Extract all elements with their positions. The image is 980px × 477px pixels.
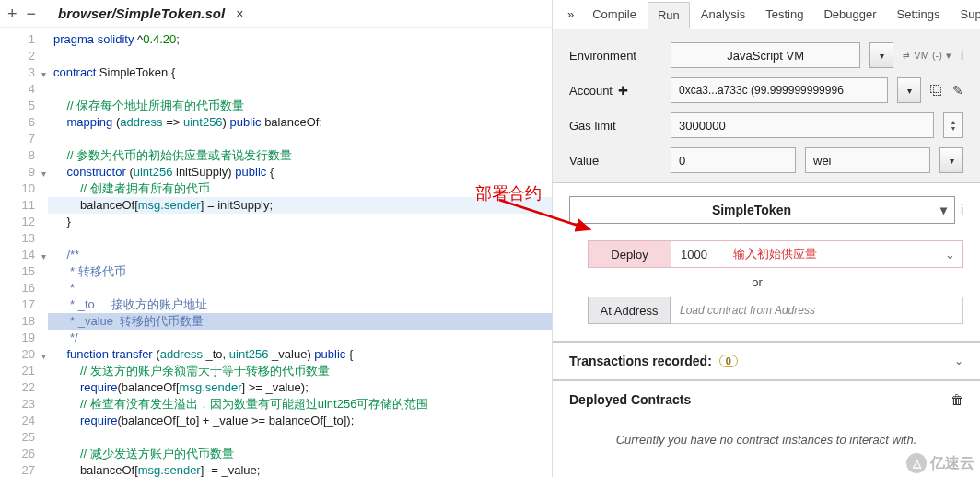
svg-line-0 (499, 200, 589, 229)
code-line[interactable]: // 检查有没有发生溢出，因为数量有可能超过uint256可存储的范围 (48, 396, 552, 413)
code-editor[interactable]: 1234567891011121314151617181920212223242… (0, 28, 552, 477)
value-input[interactable]: 0 (671, 147, 796, 173)
code-line[interactable]: * 转移代币 (48, 263, 552, 280)
code-line[interactable]: // 发送方的账户余额需大于等于转移的代币数量 (48, 363, 552, 379)
tab-support[interactable]: Support (951, 2, 981, 27)
run-settings-panel: Environment JavaScript VM ▾ ⇄VM (-)▾ i A… (553, 29, 980, 183)
deploy-args-input[interactable]: 1000 输入初始供应量 (671, 246, 937, 262)
contract-select[interactable]: SimpleToken ▾ (569, 196, 955, 224)
code-line[interactable]: require(balanceOf[_to] + _value >= balan… (48, 413, 552, 429)
code-line[interactable]: pragma solidity ^0.4.20; (48, 31, 552, 48)
code-line[interactable] (48, 230, 552, 247)
environment-label: Environment (569, 49, 661, 63)
code-line[interactable]: // 参数为代币的初始供应量或者说发行数量 (48, 147, 552, 164)
dropdown-icon[interactable]: ▾ (939, 147, 963, 173)
code-line[interactable]: constructor (uint256 initSupply) public … (48, 164, 552, 180)
account-label: Account ✚ (569, 84, 661, 98)
code-line[interactable]: require(balanceOf[msg.sender] >= _value)… (48, 379, 552, 396)
stepper-icon[interactable]: ▲▼ (943, 112, 963, 138)
vm-info: ⇄VM (-)▾ (903, 50, 951, 62)
code-line[interactable] (48, 131, 552, 147)
close-tab-icon[interactable]: − (27, 6, 37, 22)
new-tab-icon[interactable]: + (7, 6, 18, 22)
account-select[interactable]: 0xca3...a733c (99.999999999996 (671, 77, 888, 103)
expand-args-icon[interactable]: ⌄ (937, 248, 962, 262)
tab-debugger[interactable]: Debugger (814, 2, 885, 27)
panel-tabs: » Compile Run Analysis Testing Debugger … (553, 0, 980, 29)
at-address-input[interactable]: Load contract from Address (671, 297, 963, 324)
chevron-down-icon: ▾ (933, 203, 954, 217)
code-line[interactable]: } (48, 214, 552, 230)
file-tab-name: browser/SimpleToken.sol (58, 6, 225, 21)
at-address-button[interactable]: At Address (588, 297, 671, 324)
tab-settings[interactable]: Settings (888, 2, 950, 27)
dropdown-icon[interactable]: ▾ (869, 42, 893, 68)
collapse-panel-icon[interactable]: » (560, 7, 581, 21)
deploy-annotation: 输入初始供应量 (733, 246, 817, 262)
code-line[interactable] (48, 48, 552, 64)
code-line[interactable]: */ (48, 330, 552, 346)
deploy-row: Deploy 1000 输入初始供应量 ⌄ (588, 240, 963, 268)
code-line[interactable]: /** (48, 247, 552, 263)
value-label: Value (569, 154, 661, 168)
watermark: △亿速云 (906, 453, 974, 473)
tab-testing[interactable]: Testing (756, 2, 812, 27)
code-line[interactable]: // 减少发送方账户的代币数量 (48, 446, 552, 462)
code-line[interactable]: contract SimpleToken { (48, 64, 552, 81)
copy-icon[interactable]: ⿻ (930, 83, 943, 98)
code-line[interactable]: function transfer (address _to, uint256 … (48, 346, 552, 363)
dropdown-icon[interactable]: ▾ (897, 77, 921, 103)
code-line[interactable]: * _value 转移的代币数量 (48, 313, 552, 330)
deploy-button[interactable]: Deploy (589, 241, 671, 267)
trash-icon[interactable]: 🗑 (951, 392, 963, 407)
gas-limit-label: Gas limit (569, 119, 661, 133)
transactions-section[interactable]: Transactions recorded: 0 ⌄ (553, 341, 980, 379)
tab-run[interactable]: Run (648, 2, 690, 29)
code-line[interactable]: balanceOf[msg.sender] -= _value; (48, 462, 552, 477)
gas-limit-input[interactable]: 3000000 (671, 112, 934, 138)
tab-analysis[interactable]: Analysis (692, 2, 754, 27)
code-line[interactable]: * _to 接收方的账户地址 (48, 297, 552, 313)
deployed-contracts-section[interactable]: Deployed Contracts 🗑 (553, 379, 980, 418)
close-icon[interactable]: × (236, 6, 243, 21)
code-line[interactable] (48, 81, 552, 98)
info-icon[interactable]: i (961, 48, 963, 63)
or-label: or (534, 275, 980, 289)
tx-count-badge: 0 (719, 355, 738, 367)
chevron-down-icon: ⌄ (954, 355, 963, 367)
code-line[interactable] (48, 429, 552, 446)
tab-compile[interactable]: Compile (583, 2, 646, 27)
code-line[interactable]: // 保存每个地址所拥有的代币数量 (48, 98, 552, 114)
info-icon[interactable]: i (961, 203, 963, 217)
tab-ops: + − (7, 6, 45, 22)
arrow-annotation (497, 198, 599, 235)
file-tab-bar: + − browser/SimpleToken.sol × (0, 0, 552, 28)
edit-icon[interactable]: ✎ (952, 83, 963, 98)
file-tab[interactable]: browser/SimpleToken.sol × (45, 0, 256, 27)
add-account-icon[interactable]: ✚ (618, 84, 628, 98)
environment-select[interactable]: JavaScript VM (671, 42, 860, 68)
code-line[interactable]: mapping (address => uint256) public bala… (48, 114, 552, 131)
value-unit-select[interactable]: wei (805, 147, 930, 173)
code-line[interactable]: * (48, 280, 552, 297)
